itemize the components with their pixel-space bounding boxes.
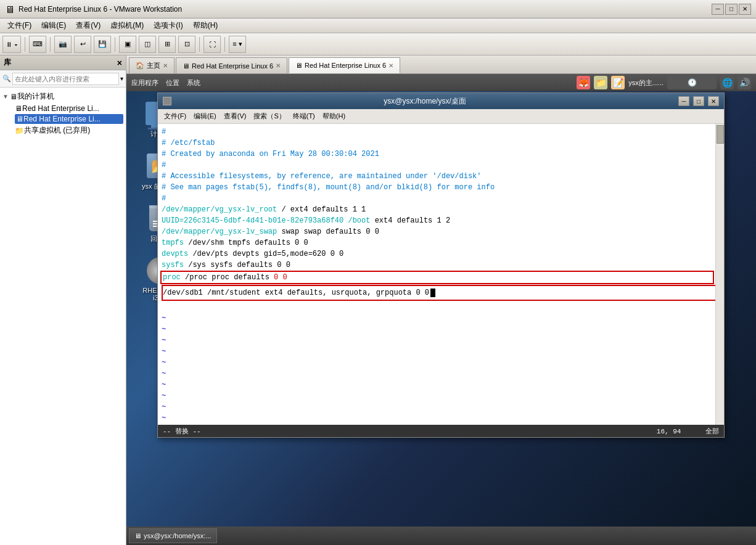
terminal-tilde-1: ~ <box>162 314 166 322</box>
terminal-entry-devpts: devpts <box>162 250 188 258</box>
tree-my-computer[interactable]: ▼ 🖥 我的计算机 <box>2 90 123 103</box>
menu-view[interactable]: 查看(V) <box>71 19 105 32</box>
app-icon: 🖥 <box>5 4 15 14</box>
terminal-tilde-7: ~ <box>162 380 166 389</box>
terminal-entry-uuid: UUID=226c3145-6dbf-4d41-b01e-82e793a68f4… <box>162 216 370 225</box>
linux-desktop[interactable]: 应用程序 位置 系统 🦊 📁 📝 ysx的主...... 🕐 🌐 🔊 <box>126 74 756 545</box>
vm-area: 🏠 主页 ✕ 🖥 Red Hat Enterprise Linux 6 ✕ 🖥 … <box>126 55 756 545</box>
terminal-line-fstab: # /etc/fstab <box>162 139 215 147</box>
gnome-menu-system[interactable]: 系统 <box>187 78 200 88</box>
sound-icon[interactable]: 🔊 <box>738 76 751 89</box>
vm-icon-2: 🖥 <box>16 115 23 123</box>
sidebar-title: 库 <box>4 57 11 68</box>
taskbar-terminal-icon: 🖥 <box>134 532 141 539</box>
toolbar-more[interactable]: ≡ ▾ <box>229 36 246 53</box>
toolbar-fullscreen[interactable]: ⛶ <box>203 36 221 53</box>
gnome-menu-applications[interactable]: 应用程序 <box>131 78 158 88</box>
terminal-maximize-btn[interactable]: □ <box>693 96 704 106</box>
terminal-mode: -- 替换 -- <box>163 427 201 436</box>
sidebar-close-button[interactable]: × <box>117 58 122 68</box>
terminal-tilde-9: ~ <box>162 403 166 411</box>
taskbar-terminal-item[interactable]: 🖥 ysx@ysx:/home/ysx:... <box>129 528 217 543</box>
close-button[interactable]: ✕ <box>739 4 751 15</box>
taskbar-terminal-label: ysx@ysx:/home/ysx:... <box>144 532 212 539</box>
toolbar-pause[interactable]: ⏸ ▾ <box>2 36 21 53</box>
search-icon: 🔍 <box>2 75 11 83</box>
terminal-close-btn[interactable]: ✕ <box>708 96 719 106</box>
vm1-tab-label: Red Hat Enterprise Linux 6 <box>192 62 273 70</box>
sidebar: 库 × 🔍 ▾ ▼ 🖥 我的计算机 🖥 Red Hat Enterprise L… <box>0 55 126 545</box>
menu-file[interactable]: 文件(F) <box>2 19 36 32</box>
computer-icon: 🖥 <box>10 92 17 101</box>
menu-help[interactable]: 帮助(H) <box>188 19 223 32</box>
terminal-new-line: /dev/sdb1 /mnt/student ext4 defaults, us… <box>162 285 718 301</box>
toolbar-restore[interactable]: ↩ <box>74 36 91 53</box>
terminal-line-accessible: # Accessible filesystems, by reference, … <box>162 172 481 181</box>
terminal-menu-search[interactable]: 搜索（S） <box>251 110 287 122</box>
toolbar-send-key[interactable]: ⌨ <box>29 36 46 53</box>
terminal-tilde-5: ~ <box>162 358 166 367</box>
terminal-minimize-btn[interactable]: ─ <box>678 96 689 106</box>
toolbar-view-2[interactable]: ◫ <box>139 36 156 53</box>
terminal-line-hash3: # <box>162 194 166 203</box>
toolbar-view-4[interactable]: ⊡ <box>178 36 195 53</box>
terminal-highlighted-proc: proc /proc proc defaults 0 0 <box>160 271 714 284</box>
terminal-body[interactable]: # # /etc/fstab # Created by anaconda on … <box>158 124 724 425</box>
my-computer-label: 我的计算机 <box>17 91 54 102</box>
toolbar-sep-4 <box>199 37 200 52</box>
text-editor-icon[interactable]: 📝 <box>611 76 625 89</box>
main-content: 库 × 🔍 ▾ ▼ 🖥 我的计算机 🖥 Red Hat Enterprise L… <box>0 55 756 545</box>
terminal-line-hash2: # <box>162 161 166 170</box>
vm2-tab-close[interactable]: ✕ <box>388 62 393 69</box>
network-icon[interactable]: 🌐 <box>720 76 734 89</box>
tab-vm1[interactable]: 🖥 Red Hat Enterprise Linux 6 ✕ <box>176 57 287 73</box>
terminal-menu-terminal[interactable]: 终端(T) <box>290 110 318 122</box>
terminal-entry-swap: /dev/mapper/vg_ysx-lv_swap <box>162 227 277 236</box>
menu-tabs[interactable]: 选项卡(I) <box>149 19 187 32</box>
gnome-applets: 🦊 📁 📝 ysx的主...... 🕐 🌐 🔊 <box>577 76 751 89</box>
vm-screen[interactable]: 应用程序 位置 系统 🦊 📁 📝 ysx的主...... 🕐 🌐 🔊 <box>126 74 756 545</box>
tab-vm2[interactable]: 🖥 Red Hat Enterprise Linux 6 ✕ <box>289 57 400 73</box>
toolbar-view-3[interactable]: ⊞ <box>158 36 176 53</box>
terminal-menu-help[interactable]: 帮助(H) <box>320 110 348 122</box>
tree-expand-icon: ▼ <box>2 93 10 100</box>
minimize-button[interactable]: ─ <box>712 4 724 15</box>
vm2-tab-icon: 🖥 <box>295 62 302 69</box>
terminal-menu-edit[interactable]: 编辑(E) <box>191 110 219 122</box>
terminal-entry-lv-root: /dev/mapper/vg_ysx-lv_root <box>162 205 277 214</box>
sidebar-item-vm1[interactable]: 🖥 Red Hat Enterprise Li... <box>15 103 123 114</box>
terminal-tilde-10: ~ <box>162 414 166 422</box>
vm1-tab-close[interactable]: ✕ <box>276 62 281 69</box>
toolbar-save[interactable]: 💾 <box>94 36 111 53</box>
home-tab-icon: 🏠 <box>136 62 144 70</box>
firefox-icon[interactable]: 🦊 <box>577 76 590 89</box>
menu-edit[interactable]: 编辑(E) <box>36 19 71 32</box>
sidebar-item-vm2[interactable]: 🖥 Red Hat Enterprise Li... <box>15 114 123 124</box>
gnome-menu-places[interactable]: 位置 <box>166 78 179 88</box>
toolbar-sep-5 <box>224 37 225 52</box>
sidebar-item-shared[interactable]: 📁 共享虚拟机 (已弃用) <box>15 124 123 137</box>
taskbar: 🖥 ysx@ysx:/home/ysx:... <box>126 527 756 545</box>
terminal-scrollbar-thumb[interactable] <box>717 125 724 144</box>
home-tab-close[interactable]: ✕ <box>163 62 168 69</box>
terminal-menu-view[interactable]: 查看(V) <box>221 110 249 122</box>
search-input[interactable] <box>12 73 119 85</box>
terminal-line-created: # Created by anaconda on Fri May 28 00:3… <box>162 150 379 158</box>
terminal-tilde-6: ~ <box>162 369 166 378</box>
sidebar-search-bar: 🔍 ▾ <box>0 70 126 88</box>
tab-home[interactable]: 🏠 主页 ✕ <box>129 57 175 73</box>
terminal-position: 16, 94 全部 <box>657 427 719 436</box>
terminal-scrollbar[interactable] <box>715 124 724 425</box>
vm2-tab-label: Red Hat Enterprise Linux 6 <box>305 62 386 69</box>
maximize-button[interactable]: □ <box>725 4 738 15</box>
folder-icon[interactable]: 📁 <box>594 76 607 89</box>
search-dropdown-icon[interactable]: ▾ <box>120 75 123 82</box>
toolbar-snapshot[interactable]: 📷 <box>54 36 72 53</box>
terminal-menubar: 文件(F) 编辑(E) 查看(V) 搜索（S） 终端(T) 帮助(H) <box>158 109 724 124</box>
terminal-menu-file[interactable]: 文件(F) <box>162 110 189 122</box>
terminal-window: ysx@ysx:/home/ysx/桌面 ─ □ ✕ 文件(F) 编辑(E) 查… <box>157 92 725 438</box>
menu-vm[interactable]: 虚拟机(M) <box>105 19 149 32</box>
terminal-icon <box>163 97 171 105</box>
toolbar-view-1[interactable]: ▣ <box>119 36 136 53</box>
terminal-statusbar: -- 替换 -- 16, 94 全部 <box>158 425 724 437</box>
